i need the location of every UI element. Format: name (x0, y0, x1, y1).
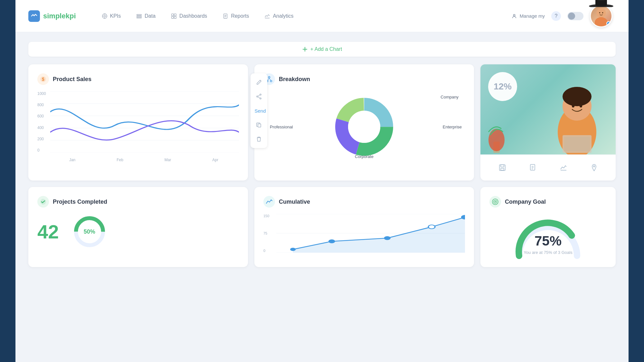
projects-icon (37, 196, 49, 208)
svg-rect-65 (530, 164, 535, 170)
projects-completed-card: Projects Completed 42 50% (28, 187, 248, 267)
copy-button[interactable] (253, 119, 265, 131)
y-axis-labels: 0 200 400 600 800 1000 (37, 91, 49, 153)
add-chart-button[interactable]: + Add a Chart (28, 42, 616, 57)
svg-point-85 (569, 232, 575, 239)
left-sidebar (0, 0, 15, 362)
svg-point-25 (602, 12, 603, 13)
breakdown-card: Breakdown Company Enterprise Corporate P… (254, 64, 474, 181)
svg-line-47 (269, 78, 271, 80)
svg-rect-10 (174, 14, 176, 15)
company-goal-gauge: 75% You are at 75% of 3 Goals (489, 214, 607, 258)
donut-svg (332, 95, 396, 159)
svg-rect-6 (137, 14, 141, 15)
dashboard-content: + Add a Chart $ Product Sales (15, 32, 629, 277)
card-title-breakdown: Breakdown (263, 73, 465, 85)
projects-donut: 50% (72, 214, 107, 249)
svg-point-43 (269, 77, 270, 78)
send-button[interactable]: Send (253, 105, 265, 116)
nav-data[interactable]: Data (130, 10, 162, 22)
header: simplekpi KPIs (15, 0, 629, 32)
status-dot (606, 21, 611, 26)
svg-point-77 (290, 248, 296, 251)
cumulative-chart-svg (276, 214, 465, 253)
chart-tools: Send (251, 73, 267, 148)
top-row: $ Product Sales 0 200 400 600 800 1000 (28, 64, 616, 181)
svg-rect-64 (501, 168, 504, 170)
share-button[interactable] (253, 91, 265, 102)
cumulative-card: Cumulative 0 75 150 (254, 187, 474, 267)
svg-point-84 (495, 201, 496, 202)
product-sales-chart (50, 91, 239, 153)
logo[interactable]: simplekpi (28, 10, 76, 22)
edit-button[interactable] (253, 77, 265, 88)
help-icon[interactable]: ? (551, 11, 561, 21)
projects-stats: 42 50% (37, 214, 239, 249)
svg-point-78 (328, 239, 335, 243)
cumulative-icon (263, 196, 275, 208)
svg-point-38 (260, 98, 261, 99)
logo-icon (28, 10, 40, 22)
company-label: Company (440, 95, 459, 99)
card-title-cumulative: Cumulative (263, 196, 465, 208)
analytics-action[interactable] (557, 161, 570, 174)
projects-count: 42 (37, 221, 59, 243)
breakdown-chart: Company Enterprise Corporate Professiona… (263, 91, 465, 162)
product-sales-card: $ Product Sales 0 200 400 600 800 1000 (28, 64, 248, 181)
nav-dashboards[interactable]: Dashboards (165, 10, 213, 22)
nav-kpis[interactable]: KPIs (95, 10, 128, 22)
theme-toggle[interactable] (567, 12, 583, 20)
enterprise-label: Enterprise (443, 125, 462, 129)
svg-rect-8 (137, 17, 141, 18)
location-action[interactable] (588, 161, 601, 174)
profile-card: 12% (480, 64, 616, 181)
card-title-projects: Projects Completed (37, 196, 239, 208)
document-action[interactable] (526, 161, 539, 174)
delete-button[interactable] (253, 133, 265, 145)
svg-point-80 (428, 225, 435, 229)
svg-point-1 (104, 15, 105, 17)
professional-label: Professional (270, 125, 293, 129)
company-goal-icon (489, 196, 501, 208)
svg-rect-59 (564, 137, 590, 151)
svg-point-22 (596, 8, 606, 17)
nav-analytics[interactable]: Analytics (258, 10, 300, 22)
svg-point-23 (595, 17, 608, 26)
svg-rect-20 (595, 0, 607, 6)
manage-my[interactable]: Manage my (511, 13, 545, 19)
main-nav: KPIs Data Dashboards (76, 10, 511, 22)
svg-point-36 (260, 94, 261, 95)
person-illustration (545, 68, 609, 154)
svg-point-18 (513, 14, 515, 16)
x-axis-labels: Jan Feb Mar Apr (49, 158, 239, 162)
bottom-row: Projects Completed 42 50% (28, 187, 616, 267)
svg-point-61 (488, 129, 505, 151)
svg-point-52 (348, 111, 380, 143)
svg-line-46 (268, 78, 270, 80)
svg-rect-63 (501, 165, 504, 167)
svg-point-57 (580, 105, 582, 107)
profile-percentage-badge: 12% (488, 72, 517, 101)
toggle-thumb (568, 13, 575, 20)
card-title-product-sales: $ Product Sales (37, 73, 239, 85)
nav-reports[interactable]: Reports (216, 10, 255, 22)
save-action[interactable] (496, 161, 509, 174)
svg-line-39 (258, 95, 260, 96)
product-sales-icon: $ (37, 73, 49, 85)
cumulative-y-axis: 0 75 150 (263, 214, 275, 253)
logo-text: simplekpi (43, 12, 76, 20)
svg-rect-42 (258, 124, 261, 127)
svg-point-24 (599, 12, 601, 13)
svg-point-56 (572, 105, 574, 107)
svg-text:$: $ (42, 77, 44, 82)
corporate-label: Corporate (355, 154, 374, 159)
svg-rect-62 (499, 165, 505, 171)
svg-point-79 (384, 236, 391, 240)
svg-point-70 (593, 166, 595, 167)
svg-rect-9 (172, 14, 174, 15)
gauge-label: You are at 75% of 3 Goals (524, 250, 572, 255)
svg-rect-11 (172, 16, 174, 18)
svg-point-45 (270, 80, 272, 82)
profile-image: 12% (480, 64, 616, 154)
gauge-percentage: 75% (535, 233, 562, 249)
